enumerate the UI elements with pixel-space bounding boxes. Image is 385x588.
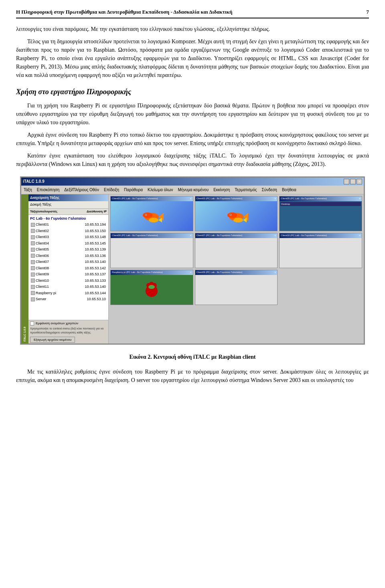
italc-checkbox-row: Εμφάνιση ονομάτων χρηστών	[30, 321, 107, 326]
computer-item[interactable]: Client02 10.65.53.150	[29, 228, 107, 234]
fish-illustration	[224, 208, 248, 224]
client-close-btn[interactable]: ×	[190, 234, 192, 238]
menu-dexiplirous[interactable]: Δεξί/Πλήρους Οθόν	[63, 186, 100, 193]
italc-titlebar-buttons: _ □ ×	[344, 179, 362, 184]
computer-item[interactable]: Raspberry pi 10.65.53.144	[29, 290, 107, 297]
computer-icon	[31, 279, 35, 283]
italc-panel-tab[interactable]: Δοκιμή Τάξης	[28, 201, 108, 209]
computer-item[interactable]: Client11 10.65.53.140	[29, 284, 107, 290]
client-close-btn[interactable]: ×	[359, 234, 361, 238]
client-window: Client05 (PC Lab - 6ο Γυμνάσιο Γαλαταίου…	[279, 196, 362, 231]
client-titlebar: Client05 (PC Lab - 6ο Γυμνάσιο Γαλαταίου…	[280, 196, 362, 202]
computer-ip: 10.65.53.194	[85, 222, 106, 228]
computer-ip: 10.65.53.145	[85, 241, 106, 247]
client-close-btn[interactable]: ×	[274, 197, 276, 201]
computer-name: Client01	[31, 222, 49, 228]
computer-icon	[31, 260, 35, 264]
computer-item[interactable]: Client09 10.65.53.137	[29, 271, 107, 278]
italc-titlebar: iTALC 1.0.9 _ □ ×	[21, 178, 364, 186]
client-label: Client07 (PC Lab - 6ο Γυμνάσιο Γαλαταίου…	[197, 234, 243, 238]
client-label: Client05 (PC Lab - 6ο Γυμνάσιο Γαλαταίου…	[281, 197, 327, 201]
client-screen	[195, 275, 278, 305]
menu-taxi[interactable]: Τάξη	[23, 186, 33, 193]
computer-item[interactable]: Client04 10.65.53.145	[29, 240, 107, 247]
client-screen	[111, 275, 193, 305]
computer-item[interactable]: Client10 10.65.53.133	[29, 278, 107, 284]
computer-name: Client03	[31, 234, 49, 240]
client-screen	[111, 238, 193, 268]
menu-kleisimo[interactable]: Κλείωμα όλων	[147, 186, 174, 193]
client-window: Client03 (PC Lab - 6ο Γυμνάσιο Γαλαταίου…	[195, 196, 278, 231]
computer-ip: 10.65.53.150	[85, 228, 106, 234]
svg-marker-6	[158, 218, 162, 222]
menu-voitheia[interactable]: Βοήθεια	[281, 186, 297, 193]
menu-sindesi[interactable]: Σύνδεση	[261, 186, 278, 193]
client-label: Raspberry pi (PC Lab - 6ο Γυμνάσιο Γαλατ…	[112, 271, 163, 275]
italc-panel-title: Διαχείριση Τάξης	[28, 194, 108, 202]
client-screen-empty	[280, 238, 362, 268]
client-taskbar: Desktop	[281, 202, 290, 206]
client-close-btn[interactable]: ×	[274, 234, 276, 238]
computer-item[interactable]: Client01 10.65.53.194	[29, 222, 107, 228]
client-label: Client06 (PC Lab - 6ο Γυμνάσιο Γαλαταίου…	[112, 234, 158, 238]
computer-icon	[31, 273, 35, 277]
italc-main-area: Client01 (PC Lab - 6ο Γυμνάσιο Γαλαταίου…	[109, 194, 364, 344]
client-close-btn[interactable]: ×	[359, 197, 361, 201]
menu-minima[interactable]: Μήνυμα κειμένου	[177, 186, 210, 193]
computer-icon	[31, 266, 35, 270]
italc-bottom-panel: Εμφάνιση ονομάτων χρηστών Χρησιμοποιήτε …	[28, 320, 108, 344]
minimize-button[interactable]: _	[344, 179, 349, 184]
computer-item[interactable]: Client06 10.65.53.136	[29, 253, 107, 259]
computer-item[interactable]: Server 10.65.53.10	[29, 296, 107, 303]
computer-name: Client08	[31, 266, 49, 271]
menu-episkopisi[interactable]: Επισκόπηση	[36, 186, 60, 193]
svg-point-11	[230, 214, 231, 215]
client-screen	[195, 238, 278, 268]
computer-item[interactable]: Client05 10.65.53.139	[29, 247, 107, 253]
computer-ip: 10.65.53.144	[85, 291, 106, 296]
paragraph-1: λειτουργίες του είναι παρόμοιες. Με την …	[16, 25, 369, 33]
computer-icon	[31, 248, 35, 252]
svg-point-9	[227, 212, 237, 218]
close-button[interactable]: ×	[357, 179, 362, 184]
footer-paragraph-1: Με τις κατάλληλες ρυθμίσεις έγινε σύνδεσ…	[16, 368, 369, 384]
maximize-button[interactable]: □	[350, 179, 356, 184]
computer-icon	[31, 223, 35, 227]
italc-screenshot: iTALC 1.0.9 _ □ × Τάξη Επισκόπηση Δεξί/Π…	[20, 176, 365, 345]
client-titlebar: Raspberry pi (PC Lab - 6ο Γυμνάσιο Γαλατ…	[111, 270, 193, 275]
menu-termatismos[interactable]: Τερματισμός	[234, 186, 257, 193]
menu-ekkinisi[interactable]: Εκκίνηση	[213, 186, 231, 193]
client-close-btn[interactable]: ×	[274, 271, 276, 275]
section-heading: Χρήση στο εργαστήριο Πληροφορικής	[16, 87, 369, 97]
computer-item[interactable]: Client03 10.65.53.148	[29, 234, 107, 240]
menu-epidiksi[interactable]: Επίδειξη	[103, 186, 120, 193]
client-titlebar: Client07 (PC Lab - 6ο Γυμνάσιο Γαλαταίου…	[195, 233, 278, 238]
client-screen-desktop: Desktop	[280, 201, 362, 231]
show-names-checkbox[interactable]	[30, 321, 34, 325]
client-screen	[195, 201, 278, 231]
client-window: Client06 (PC Lab - 6ο Γυμνάσιο Γαλαταίου…	[110, 233, 193, 268]
client-window: Client07 (PC Lab - 6ο Γυμνάσιο Γαλαταίου…	[195, 233, 278, 268]
client-window: Raspberry pi (PC Lab - 6ο Γυμνάσιο Γαλατ…	[110, 270, 193, 305]
italc-title: iTALC 1.0.9	[23, 178, 45, 184]
computer-item[interactable]: Client08 10.65.53.142	[29, 265, 107, 272]
computer-ip: 10.65.53.136	[85, 253, 106, 259]
client-screen: Desktop	[280, 201, 362, 231]
col-computers: Τάξη/υπολογιστές	[30, 209, 87, 214]
client-close-btn[interactable]: ×	[190, 197, 192, 201]
italc-computer-list[interactable]: PC Lab - 6ο Γυμνάσιο Γαλαταίου Client01 …	[28, 215, 108, 320]
client-screen-empty	[195, 238, 278, 268]
computer-item[interactable]: Client07 10.65.53.140	[29, 259, 107, 265]
paragraph-2: Τέλος για τη δημιουργία ιστοσελίδων προτ…	[16, 37, 369, 79]
export-button[interactable]: Εξαγωγή αρχείου κειμένου	[30, 337, 75, 343]
computer-name: Client10	[31, 278, 49, 284]
client-screen-fish	[111, 201, 193, 231]
client-screen-empty	[111, 238, 193, 268]
client-label: Client03 (PC Lab - 6ο Γυμνάσιο Γαλαταίου…	[197, 197, 243, 201]
computer-name: Server	[31, 297, 47, 302]
menu-parathyra[interactable]: Παράθυρα	[123, 186, 144, 193]
show-names-label: Εμφάνιση ονομάτων χρηστών	[36, 321, 78, 326]
computer-ip: 10.65.53.148	[85, 234, 106, 240]
client-close-btn[interactable]: ×	[190, 271, 192, 275]
svg-point-2	[143, 212, 152, 218]
